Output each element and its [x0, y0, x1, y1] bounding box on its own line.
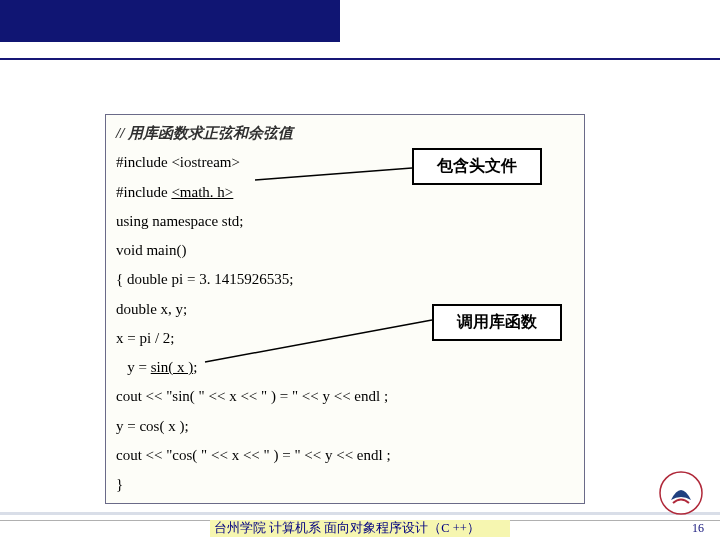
- code-comment: // 用库函数求正弦和余弦值: [116, 119, 574, 148]
- callout-call-library: 调用库函数: [432, 304, 562, 341]
- page-number: 16: [692, 521, 704, 536]
- code-line: }: [116, 470, 574, 499]
- callout-include-header: 包含头文件: [412, 148, 542, 185]
- code-line: { double pi = 3. 1415926535;: [116, 265, 574, 294]
- header-rule: [0, 58, 720, 60]
- code-line: cout << "cos( " << x << " ) = " << y << …: [116, 441, 574, 470]
- code-line: cout << "sin( " << x << " ) = " << y << …: [116, 382, 574, 411]
- footer-stripe: [0, 512, 720, 515]
- institution-logo-icon: [658, 470, 704, 516]
- code-line: using namespace std;: [116, 207, 574, 236]
- footer-text: 台州学院 计算机系 面向对象程序设计（C ++）: [210, 520, 510, 537]
- top-accent-bar: [0, 0, 340, 42]
- code-line: y = sin( x );: [116, 353, 574, 382]
- code-line: y = cos( x );: [116, 412, 574, 441]
- code-line: void main(): [116, 236, 574, 265]
